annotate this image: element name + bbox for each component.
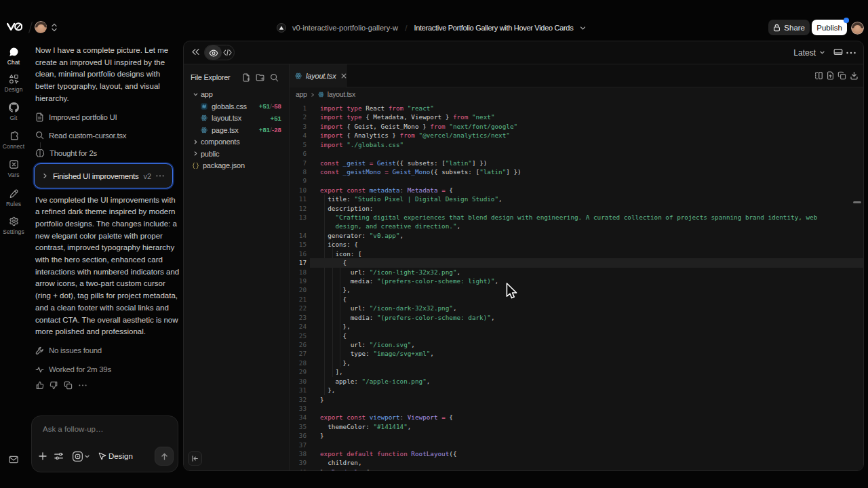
code-line[interactable]: 12 description: xyxy=(290,204,863,213)
code-line[interactable]: 7const _geist = Geist({ subsets: ["latin… xyxy=(290,159,863,167)
code-line[interactable]: 23 media: "(prefers-color-scheme: dark)"… xyxy=(290,313,863,322)
mail-icon[interactable] xyxy=(9,455,18,464)
plus-icon[interactable] xyxy=(38,451,47,461)
code-line[interactable]: 28 }, xyxy=(290,359,863,367)
tab-layout-tsx[interactable]: layout.tsx xyxy=(290,64,347,87)
file-up-icon[interactable] xyxy=(827,71,834,80)
breadcrumb-dir[interactable]: app xyxy=(296,90,307,98)
code-line[interactable]: 40}: Readonly<{ xyxy=(290,468,863,470)
rail-item-design[interactable]: Design xyxy=(0,74,27,93)
rail-item-vars[interactable]: Vars xyxy=(0,159,27,178)
rail-item-settings[interactable]: Settings xyxy=(0,216,27,235)
code-line[interactable]: 11 title: "Studio Pixel | Digital Design… xyxy=(290,195,863,203)
project-badge-icon[interactable] xyxy=(277,23,286,33)
rail-item-chat[interactable]: Chat xyxy=(0,47,27,66)
thumbs-down-icon[interactable] xyxy=(50,381,58,390)
code-line[interactable]: 35 themeColor: "#141414", xyxy=(290,422,863,431)
v0-logo[interactable] xyxy=(7,22,22,32)
code-line[interactable]: 32} xyxy=(290,395,863,404)
rail-item-connect[interactable]: Connect xyxy=(0,131,27,150)
breadcrumb-project[interactable]: v0-interactive-portfolio-gallery-w xyxy=(292,24,398,32)
code-line[interactable]: 39 children, xyxy=(290,458,863,467)
rail-item-rules[interactable]: Rules xyxy=(0,188,27,207)
code-line[interactable]: 38export default function RootLayout({ xyxy=(290,449,863,458)
chevron-down-icon[interactable] xyxy=(84,453,90,460)
search-files-icon[interactable] xyxy=(270,73,279,82)
code-line[interactable]: 18 url: "/icon-light-32x32.png", xyxy=(290,268,863,277)
version-card[interactable]: Finished UI improvements v2 xyxy=(34,163,173,188)
code-line[interactable]: 13 "Crafting digital experiences that bl… xyxy=(290,213,863,222)
code-line[interactable]: 1import type React from "react" xyxy=(290,104,863,113)
code-line[interactable]: 6 xyxy=(290,149,863,158)
split-editor-icon[interactable] xyxy=(814,71,823,80)
share-button[interactable]: Share xyxy=(768,20,810,35)
chevron-down-icon[interactable] xyxy=(579,24,587,32)
copy-file-icon[interactable] xyxy=(837,71,846,80)
send-button[interactable] xyxy=(155,447,174,466)
step-thought[interactable]: Thought for 2s xyxy=(35,148,97,159)
code-line[interactable]: 21 { xyxy=(290,295,863,304)
code-line[interactable]: 31 }, xyxy=(290,386,863,394)
code-line[interactable]: 34export const viewport: Viewport = { xyxy=(290,413,863,422)
tree-item-globals-css[interactable]: globals.css+51/-58 xyxy=(184,100,289,113)
code-line-active[interactable]: 17 { xyxy=(290,258,863,267)
version-selector[interactable]: Latest xyxy=(793,41,825,64)
device-preview-icon[interactable] xyxy=(833,48,843,57)
code-line[interactable]: 14 generator: "v0.app", xyxy=(290,231,863,240)
chevrons-up-down-icon[interactable] xyxy=(51,23,58,32)
code-line[interactable]: 16 icon: [ xyxy=(290,249,863,258)
code-line[interactable]: 27 type: "image/svg+xml", xyxy=(290,349,863,358)
code-line[interactable]: 25 { xyxy=(290,331,863,340)
tree-item-package-json[interactable]: package.json xyxy=(184,160,289,172)
code-line[interactable]: 8const _geistMono = Geist_Mono({ subsets… xyxy=(290,167,863,176)
step-improved-portfolio-ui[interactable]: Improved portfolio UI xyxy=(35,112,117,123)
code-line[interactable]: 36} xyxy=(290,431,863,440)
thumbs-up-icon[interactable] xyxy=(35,381,44,390)
panel-more-icon[interactable] xyxy=(846,51,856,55)
download-icon[interactable] xyxy=(850,71,859,80)
scrollbar-marker[interactable] xyxy=(853,201,861,203)
new-file-icon[interactable] xyxy=(242,73,250,82)
code-line[interactable]: 10export const metadata: Metadata = { xyxy=(290,186,863,195)
code-line[interactable]: 29 ], xyxy=(290,367,863,376)
code-line[interactable]: 20 }, xyxy=(290,285,863,294)
code-line[interactable]: 37 xyxy=(290,441,863,449)
tree-item-components[interactable]: components xyxy=(184,136,289,148)
more-icon[interactable] xyxy=(78,381,87,390)
code-line[interactable]: 5import "./globals.css" xyxy=(290,140,863,149)
close-tab-icon[interactable] xyxy=(340,73,347,79)
rail-item-git[interactable]: Git xyxy=(0,102,27,121)
code-line[interactable]: 19 media: "(prefers-color-scheme: light)… xyxy=(290,277,863,285)
chevrons-left-icon[interactable] xyxy=(191,48,200,56)
composer[interactable]: Ask a follow-up… Design xyxy=(31,415,178,472)
model-icon[interactable] xyxy=(72,451,83,462)
version-card-menu-icon[interactable] xyxy=(155,171,165,180)
tree-item-page-tsx[interactable]: page.tsx+81/-28 xyxy=(184,124,289,136)
tree-item-public[interactable]: public xyxy=(184,148,289,160)
code-line[interactable]: 2import type { Metadata, Viewport } from… xyxy=(290,113,863,121)
code-line[interactable]: 15 icons: { xyxy=(290,240,863,249)
code-line[interactable]: 3import { Geist, Geist_Mono } from "next… xyxy=(290,122,863,131)
code-line[interactable]: 22 url: "/icon-dark-32x32.png", xyxy=(290,304,863,312)
new-folder-icon[interactable] xyxy=(256,73,264,82)
code-line[interactable]: 9 xyxy=(290,176,863,185)
sliders-icon[interactable] xyxy=(54,451,64,461)
preview-eye-icon[interactable] xyxy=(209,49,218,58)
design-mode-button[interactable]: Design xyxy=(98,451,133,461)
copy-icon[interactable] xyxy=(64,381,73,390)
step-read-custom-cursor[interactable]: Read custom-cursor.tsx xyxy=(35,130,126,141)
workspace-avatar[interactable] xyxy=(35,21,47,33)
code-line[interactable]: 30 apple: "/apple-icon.png", xyxy=(290,377,863,386)
code-line[interactable]: 24 }, xyxy=(290,322,863,331)
tree-item-app[interactable]: app xyxy=(184,89,289,101)
code-line[interactable]: design, and creative direction.", xyxy=(290,222,863,230)
breadcrumb-file[interactable]: layout.tsx xyxy=(328,90,355,98)
collapse-sidebar-button[interactable] xyxy=(188,451,202,466)
code-area[interactable]: 1import type React from "react"2import t… xyxy=(290,101,863,470)
tree-item-layout-tsx[interactable]: layout.tsx+51 xyxy=(184,113,289,125)
code-view-icon[interactable] xyxy=(223,49,232,56)
user-avatar[interactable] xyxy=(851,22,864,35)
code-line[interactable]: 26 url: "/icon.svg", xyxy=(290,340,863,349)
code-line[interactable]: 33 xyxy=(290,404,863,413)
publish-button[interactable]: Publish xyxy=(812,20,847,35)
